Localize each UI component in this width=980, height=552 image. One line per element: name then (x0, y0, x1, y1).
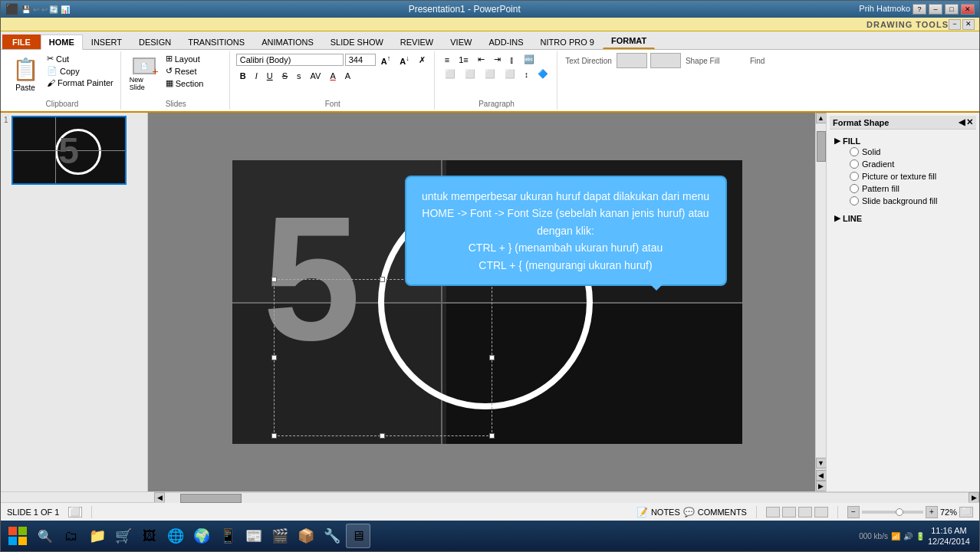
font-name-input[interactable] (236, 54, 344, 66)
taskbar-search-icon[interactable]: 🔍 (33, 524, 58, 548)
reading-view-button[interactable] (798, 507, 812, 518)
format-painter-button[interactable]: 🖌 Format Painter (44, 77, 116, 88)
taskbar-ie-icon[interactable]: 🌐 (163, 524, 188, 548)
radio-picture[interactable]: Picture or texture fill (844, 170, 972, 182)
scroll-thumb[interactable] (817, 131, 826, 162)
font-size-input[interactable] (345, 54, 376, 66)
fill-section-header[interactable]: ▶ FILL (834, 136, 972, 146)
radio-slide-bg[interactable]: Slide background fill (844, 195, 972, 207)
tab-animations[interactable]: ANIMATIONS (253, 34, 322, 49)
line-spacing-button[interactable]: ↕ (521, 68, 533, 80)
slide-1-thumb[interactable]: 5 (12, 116, 127, 185)
tab-format[interactable]: FORMAT (603, 33, 655, 49)
start-button[interactable] (4, 522, 31, 550)
zoom-in-button[interactable]: + (926, 506, 938, 518)
selection-box[interactable] (274, 279, 492, 436)
scroll-next-button[interactable]: ▶ (816, 481, 827, 491)
shape-fill-label[interactable]: Shape Fill (684, 55, 745, 67)
handle-br[interactable] (489, 433, 495, 439)
zoom-slider[interactable] (862, 511, 923, 514)
new-slide-button[interactable]: + 📄 New Slide (127, 53, 161, 96)
slide-sorter-button[interactable] (782, 507, 796, 518)
zoom-slider-thumb[interactable] (896, 508, 903, 516)
panel-back-button[interactable]: ◀ (959, 117, 965, 127)
tab-home[interactable]: HOME (41, 34, 83, 50)
highlight-button[interactable]: A (341, 70, 354, 82)
taskbar-tools-icon[interactable]: 🔧 (320, 524, 344, 548)
fit-slide-button[interactable]: ⬜ (959, 507, 973, 518)
bullets-button[interactable]: ≡ (441, 54, 453, 66)
taskbar-folder-icon[interactable]: 📁 (85, 524, 110, 548)
h-scroll-left-button[interactable]: ◀ (154, 492, 165, 503)
panel-close-button[interactable]: ✕ (966, 117, 973, 127)
radio-slide-bg-input[interactable] (850, 196, 859, 205)
paste-button[interactable]: 📋 Paste (8, 53, 42, 96)
panel-close-icon[interactable]: ✕ (962, 19, 975, 30)
radio-solid[interactable]: Solid (844, 146, 972, 158)
taskbar-edge-icon[interactable]: 🌍 (189, 524, 214, 548)
align-right-button[interactable]: ⬜ (481, 67, 499, 80)
justify-button[interactable]: ⬜ (501, 67, 519, 80)
text-shadow-button[interactable]: s (293, 70, 305, 82)
numbering-button[interactable]: 1≡ (455, 54, 472, 66)
scroll-down-button[interactable]: ▼ (816, 458, 827, 468)
handle-bl[interactable] (271, 433, 277, 439)
tab-slide-show[interactable]: SLIDE SHOW (322, 34, 392, 49)
taskbar-photo-icon[interactable]: 🖼 (137, 524, 162, 548)
close-button[interactable]: ✕ (961, 4, 975, 15)
outdent-button[interactable]: ⇤ (474, 53, 488, 66)
zoom-out-button[interactable]: − (847, 506, 860, 518)
indent-button[interactable]: ⇥ (490, 53, 505, 66)
help-button[interactable]: ? (913, 4, 926, 15)
radio-gradient-input[interactable] (850, 159, 859, 169)
panel-minimize-btn[interactable]: − (949, 19, 961, 30)
volume-icon[interactable]: 🔊 (903, 532, 913, 540)
strikethrough-button[interactable]: S (278, 70, 291, 82)
slideshow-button[interactable] (814, 507, 828, 518)
comments-label[interactable]: COMMENTS (698, 508, 747, 517)
tab-view[interactable]: VIEW (442, 34, 480, 49)
handle-ml[interactable] (271, 355, 277, 360)
tab-add-ins[interactable]: ADD-INS (480, 34, 531, 49)
taskbar-store-icon[interactable]: 🛒 (111, 524, 136, 548)
handle-tl[interactable] (271, 277, 277, 282)
taskbar-phone-icon[interactable]: 📱 (215, 524, 240, 548)
layout-button[interactable]: ⊞ Layout (163, 53, 225, 64)
font-color-button[interactable]: A (326, 70, 339, 82)
reset-button[interactable]: ↺ Reset (163, 65, 225, 77)
minimize-button[interactable]: – (929, 4, 942, 15)
columns-button[interactable]: ⫿ (506, 54, 518, 66)
tab-review[interactable]: REVIEW (392, 34, 442, 49)
line-section-header[interactable]: ▶ LINE (834, 213, 972, 223)
underline-button[interactable]: U (263, 70, 277, 82)
taskbar-video-icon[interactable]: 🎬 (268, 524, 292, 548)
decrease-font-button[interactable]: A↓ (396, 53, 413, 67)
bold-button[interactable]: B (236, 70, 250, 82)
increase-font-button[interactable]: A↑ (377, 53, 395, 67)
taskbar-dreamweaver-icon[interactable]: 📦 (294, 524, 318, 548)
section-button[interactable]: ▦ Section (163, 77, 225, 89)
normal-view-button[interactable] (766, 507, 780, 518)
find-label[interactable]: Find (748, 55, 766, 67)
radio-solid-input[interactable] (850, 147, 859, 156)
radio-gradient[interactable]: Gradient (844, 158, 972, 170)
radio-pattern[interactable]: Pattern fill (844, 182, 972, 195)
tab-file[interactable]: FILE (2, 34, 41, 49)
align-center-button[interactable]: ⬜ (461, 67, 479, 80)
tab-transitions[interactable]: TRANSITIONS (179, 34, 253, 49)
cut-button[interactable]: ✂ Cut (44, 53, 116, 64)
scroll-prev-button[interactable]: ◀ (816, 470, 827, 481)
align-left-button[interactable]: ⬜ (441, 67, 459, 80)
status-icon-1[interactable]: ⬜ (68, 507, 82, 518)
text-direction-button[interactable]: 🔤 (520, 53, 538, 66)
clear-format-button[interactable]: ✗ (415, 54, 429, 67)
maximize-button[interactable]: □ (945, 4, 959, 15)
copy-button[interactable]: 📄 Copy (44, 65, 116, 77)
handle-tc[interactable] (380, 277, 385, 282)
taskbar-news-icon[interactable]: 📰 (242, 524, 266, 548)
comments-icon[interactable]: 💬 (683, 507, 695, 518)
slide-canvas[interactable]: 5 (232, 160, 742, 444)
smartart-button[interactable]: 🔷 (534, 67, 552, 80)
h-scroll-right-button[interactable]: ▶ (968, 492, 979, 503)
radio-pattern-input[interactable] (850, 184, 859, 193)
